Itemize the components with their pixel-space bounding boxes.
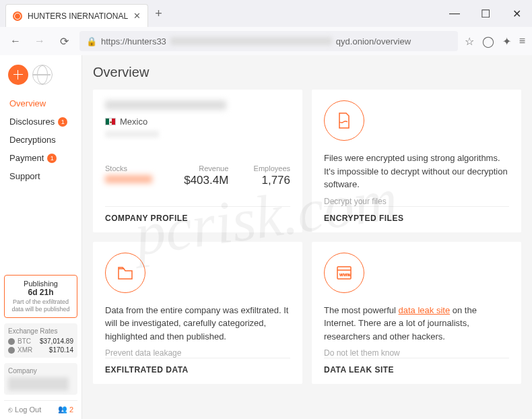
- users-indicator: 👥2: [58, 405, 73, 414]
- data-leak-site-card[interactable]: WWW The most powerful data leak site on …: [312, 242, 521, 385]
- card-grid: Mexico Stocks Revenue $403.4M Employees …: [93, 90, 521, 384]
- publishing-countdown: 6d 21h: [7, 288, 74, 297]
- sidebar-item-payment[interactable]: Payment1: [0, 149, 81, 167]
- card-text: Data from the entire company was exfiltr…: [105, 304, 290, 344]
- nav-label: Disclosures: [9, 117, 55, 127]
- sidebar-item-support[interactable]: Support: [0, 167, 81, 185]
- page-body: Overview Disclosures1 Decryptions Paymen…: [0, 55, 532, 419]
- company-name-redacted: [105, 100, 226, 110]
- page-title: Overview: [93, 65, 521, 80]
- sidebar-item-disclosures[interactable]: Disclosures1: [0, 112, 81, 131]
- nav-label: Decryptions: [9, 135, 56, 145]
- publishing-title: Publishing: [7, 280, 74, 288]
- url-prefix: https://hunters33: [101, 36, 166, 46]
- sidebar-footer: ⎋ Log Out 👥2: [4, 400, 77, 419]
- close-tab-icon[interactable]: ✕: [133, 11, 141, 21]
- encrypted-files-card[interactable]: Files were encrypted using strong algori…: [312, 90, 521, 232]
- titlebar: HUNTERS INERNATIONAL ✕ + — ☐ ✕: [0, 0, 532, 27]
- sparkle-icon[interactable]: ✦: [502, 35, 511, 48]
- window-controls: — ☐ ✕: [439, 0, 532, 27]
- stocks-redacted: [105, 175, 152, 183]
- address-bar: ← → ⟳ 🔒 https://hunters33 qyd.onion/over…: [0, 27, 532, 55]
- nav-label: Overview: [9, 98, 46, 108]
- exfiltrated-data-card[interactable]: Data from the entire company was exfiltr…: [93, 242, 302, 385]
- company-label: Company: [8, 367, 73, 375]
- card-footer: EXFILTRATED DATA: [105, 358, 290, 375]
- badge: 1: [58, 117, 67, 127]
- company-profile-card: Mexico Stocks Revenue $403.4M Employees …: [93, 90, 302, 232]
- nav-label: Payment: [9, 153, 44, 163]
- svg-text:WWW: WWW: [339, 273, 351, 277]
- url-redacted: [170, 37, 332, 45]
- sidebar-item-overview[interactable]: Overview: [0, 94, 81, 112]
- close-window-button[interactable]: ✕: [501, 0, 532, 27]
- users-icon: 👥: [58, 405, 67, 414]
- maximize-button[interactable]: ☐: [470, 0, 501, 27]
- card-subtext: Decrypt your files: [324, 197, 509, 206]
- new-tab-button[interactable]: +: [155, 7, 162, 21]
- card-subtext: Prevent data leakage: [105, 348, 290, 358]
- country-row: Mexico: [105, 117, 290, 127]
- company-redacted: [8, 377, 69, 391]
- rates-title: Exchange Rates: [8, 327, 73, 335]
- menu-icon[interactable]: ≡: [519, 35, 525, 47]
- rate-row-btc: BTC$37,014.89: [8, 337, 73, 345]
- exchange-rates-box: Exchange Rates BTC$37,014.89 XMR$170.14: [4, 323, 77, 358]
- browser-chrome: HUNTERS INERNATIONAL ✕ + — ☐ ✕ ← → ⟳ 🔒 h…: [0, 0, 532, 55]
- globe-icon: [32, 65, 53, 85]
- card-footer: DATA LEAK SITE: [324, 358, 509, 375]
- publishing-box: Publishing 6d 21h Part of the exfiltrate…: [4, 275, 77, 318]
- url-input[interactable]: 🔒 https://hunters33 qyd.onion/overview: [79, 31, 458, 51]
- sidebar: Overview Disclosures1 Decryptions Paymen…: [0, 55, 82, 419]
- back-button[interactable]: ←: [7, 32, 24, 50]
- crosshair-icon: [8, 65, 28, 85]
- btc-icon: [8, 338, 15, 345]
- publishing-note: Part of the exfiltrated data will be pub…: [7, 298, 74, 313]
- subtext-redacted: [105, 131, 159, 137]
- nav-label: Support: [9, 171, 40, 181]
- stat-employees: Employees 1,776: [228, 164, 290, 187]
- www-icon: WWW: [324, 253, 364, 293]
- card-text: Files were encrypted using strong algori…: [324, 152, 509, 191]
- browser-tab[interactable]: HUNTERS INERNATIONAL ✕: [5, 4, 148, 27]
- shield-icon[interactable]: ◯: [482, 35, 494, 48]
- tab-favicon: [13, 11, 22, 21]
- encrypted-file-icon: [324, 100, 364, 141]
- card-subtext: Do not let them know: [324, 348, 509, 358]
- minimize-button[interactable]: —: [439, 0, 470, 27]
- reload-button[interactable]: ⟳: [55, 32, 73, 50]
- stat-revenue: Revenue $403.4M: [167, 164, 229, 187]
- forward-button[interactable]: →: [31, 32, 48, 50]
- logout-button[interactable]: ⎋ Log Out: [8, 406, 41, 414]
- lock-icon: 🔒: [86, 36, 97, 46]
- card-footer: ENCRYPTED FILES: [324, 206, 509, 223]
- logo-row: [0, 62, 81, 94]
- data-leak-link[interactable]: data leak site: [399, 305, 451, 315]
- mexico-flag-icon: [105, 118, 116, 125]
- folder-icon: [105, 253, 145, 293]
- badge: 1: [47, 154, 57, 163]
- rate-row-xmr: XMR$170.14: [8, 346, 73, 354]
- url-suffix: qyd.onion/overview: [336, 36, 411, 46]
- country-name: Mexico: [120, 117, 147, 127]
- main-content: Overview Mexico Stocks Revenue $403.4M: [82, 55, 532, 419]
- sidebar-item-decryptions[interactable]: Decryptions: [0, 131, 81, 149]
- bookmark-icon[interactable]: ☆: [465, 35, 474, 48]
- tab-title: HUNTERS INERNATIONAL: [28, 11, 128, 21]
- company-box: Company: [4, 363, 77, 395]
- stats-row: Stocks Revenue $403.4M Employees 1,776: [105, 164, 290, 187]
- stat-stocks: Stocks: [105, 164, 167, 187]
- xmr-icon: [8, 347, 15, 354]
- card-footer: COMPANY PROFILE: [105, 206, 290, 223]
- card-text: The most powerful data leak site on the …: [324, 304, 509, 344]
